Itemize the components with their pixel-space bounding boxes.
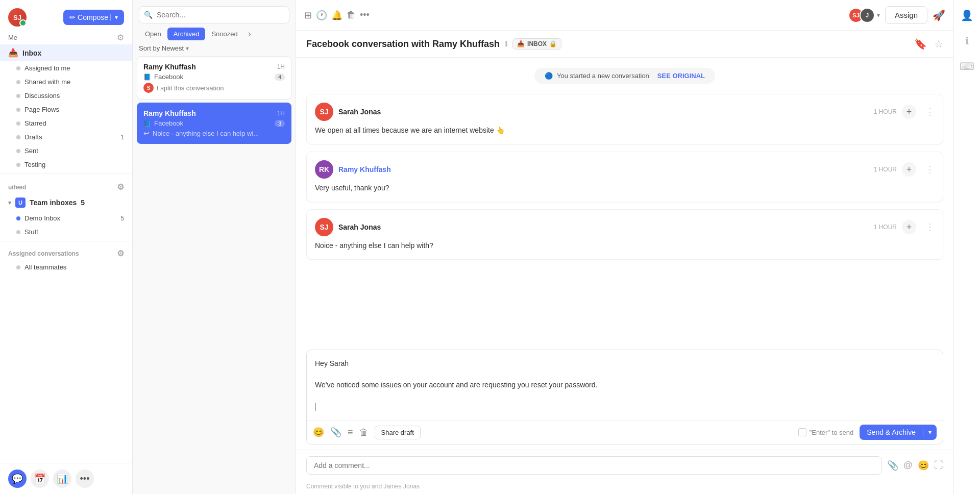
msg-avatar-sarah-2: SJ [315,218,333,236]
rocket-icon[interactable]: 🚀 [933,9,945,21]
see-original-link[interactable]: SEE ORIGINAL [657,72,705,80]
expand-icon[interactable]: ⛶ [934,460,943,471]
conv-badge: 3 [275,120,285,127]
sidebar-item-stuff[interactable]: Stuff [0,225,132,239]
message-more-icon-3[interactable]: ⋮ [925,221,935,233]
reply-body[interactable]: Hey Sarah We've noticed some issues on y… [307,350,943,420]
conv-preview: ↩ Noice - anything else I can help wi... [143,129,285,137]
enter-send-checkbox[interactable] [798,428,806,436]
grid-icon[interactable]: ⊞ [304,10,312,21]
msg-sender-name: Sarah Jonas [338,108,381,116]
right-panel-contact-icon[interactable]: 👤 [958,6,976,24]
star-icon[interactable]: ☆ [934,38,943,50]
share-draft-button[interactable]: Share draft [375,426,421,439]
tab-snoozed[interactable]: Snoozed [205,28,243,40]
emoji-icon[interactable]: 😊 [313,427,324,438]
chart-icon[interactable]: 📊 [53,470,71,488]
inbox-icon: 📥 [8,48,17,58]
msg-sender-info: Sarah Jonas [338,223,381,231]
attachment-comment-icon[interactable]: 📎 [887,460,898,471]
sidebar: SJ ✏ Compose ▾ Me ⚙ 📥 Inbox Assigned to … [0,0,133,494]
bookmark-icon[interactable]: 🔖 [914,38,927,50]
chat-icon[interactable]: 💬 [8,470,27,488]
msg-time: 1 HOUR [874,166,897,173]
conversation-title-area: Facebook conversation with Ramy Khuffash… [306,38,908,50]
assigned-conv-settings-icon[interactable]: ⚙ [117,249,124,258]
inbox-icon-small: 📥 [517,40,525,47]
assignee-chevron-icon[interactable]: ▾ [877,12,880,19]
comment-footer: Comment visible to you and James Jonas [296,481,953,494]
message-more-icon[interactable]: ⋮ [925,164,935,175]
sidebar-item-all-teammates[interactable]: All teammates [0,260,132,274]
right-panel-info-icon[interactable]: ℹ [958,32,976,50]
send-archive-button[interactable]: Send & Archive ▾ [860,425,937,440]
assign-button[interactable]: Assign [885,6,927,24]
sort-label: Sort by Newest [139,44,184,52]
comment-input[interactable] [306,456,882,475]
starred-label: Starred [24,119,46,127]
sent-label: Sent [24,147,38,155]
more-icon[interactable]: ••• [76,470,94,488]
dot-icon [16,80,20,84]
attachment-icon[interactable]: 📎 [330,427,341,438]
reply-icon: ↩ [143,129,150,137]
sidebar-item-drafts[interactable]: Drafts 1 [0,130,132,144]
sidebar-item-shared-with-me[interactable]: Shared with me [0,75,132,89]
sidebar-item-inbox[interactable]: 📥 Inbox [0,44,132,61]
add-reaction-icon[interactable]: + [902,162,916,177]
delete-draft-icon[interactable]: 🗑 [359,427,369,438]
header-right-icons: 🔖 ☆ [914,38,943,50]
sort-selector[interactable]: Sort by Newest ▾ [133,44,296,56]
comment-footer-text: Comment visible to you and James Jonas [306,483,420,490]
sidebar-item-sent[interactable]: Sent [0,144,132,158]
sidebar-item-starred[interactable]: Starred [0,116,132,130]
tab-archived[interactable]: Archived [167,28,206,40]
message-body-3: Noice - anything else I can help with? [315,240,935,251]
dot-icon [16,108,20,112]
facebook-icon: 📘 [143,73,151,81]
calendar-icon[interactable]: 📅 [31,470,49,488]
conv-item-header: Ramy Khuffash 1H [143,109,285,117]
stuff-label: Stuff [24,228,38,236]
messages-area: 🔵 You started a new conversation SEE ORI… [296,58,953,350]
send-archive-chevron-icon[interactable]: ▾ [923,429,937,436]
team-inboxes-badge: 5 [81,199,85,207]
right-panel-keyboard-icon[interactable]: ⌨ [958,57,976,76]
conversation-item[interactable]: Ramy Khuffash 1H 📘 Facebook 4 S I split … [137,56,291,100]
format-icon[interactable]: ≡ [348,427,353,438]
emoji-comment-icon[interactable]: 😊 [918,460,929,471]
sidebar-item-discussions[interactable]: Discussions [0,89,132,103]
chevron-down-icon: ▾ [8,200,11,206]
add-reaction-icon[interactable]: + [902,105,916,119]
tabs-more-icon[interactable]: › [246,29,253,39]
sidebar-item-page-flows[interactable]: Page Flows [0,103,132,116]
sidebar-nav: 📥 Inbox Assigned to me Shared with me Di… [0,44,132,463]
team-inboxes-header[interactable]: ▾ U Team inboxes 5 [0,194,132,211]
conversation-title: Facebook conversation with Ramy Khuffash [306,39,500,50]
mention-icon[interactable]: @ [903,460,913,471]
info-icon[interactable]: ℹ [505,40,507,48]
demo-inbox-label: Demo Inbox [24,214,60,222]
send-archive-label: Send & Archive [860,428,923,436]
compose-button[interactable]: ✏ Compose ▾ [63,10,124,25]
sidebar-bottom: 💬 📅 📊 ••• [0,463,132,494]
add-reaction-icon-3[interactable]: + [902,220,916,234]
sidebar-item-assigned-to-me[interactable]: Assigned to me [0,61,132,75]
settings-gear-icon[interactable]: ⚙ [117,33,124,42]
sidebar-item-demo-inbox[interactable]: Demo Inbox 5 [0,211,132,225]
tab-open[interactable]: Open [139,28,167,40]
user-avatar[interactable]: SJ [8,8,27,27]
message-more-icon[interactable]: ⋮ [925,106,935,117]
user-initials: SJ [13,14,21,21]
sidebar-item-testing[interactable]: Testing [0,158,132,171]
workspace-settings-icon[interactable]: ⚙ [117,182,124,192]
bell-icon[interactable]: 🔔 [331,10,342,21]
message-body: Very useful, thank you? [315,183,935,193]
dot-icon [16,163,20,167]
more-options-icon[interactable]: ••• [360,10,370,20]
trash-icon[interactable]: 🗑 [347,10,356,20]
message-header: RK Ramy Khuffash 1 HOUR + ⋮ [315,160,935,179]
search-input[interactable] [139,6,289,23]
conversation-item-selected[interactable]: Ramy Khuffash 1H 📘 Facebook 3 ↩ Noice - … [137,103,291,144]
clock-icon[interactable]: 🕐 [316,10,327,21]
